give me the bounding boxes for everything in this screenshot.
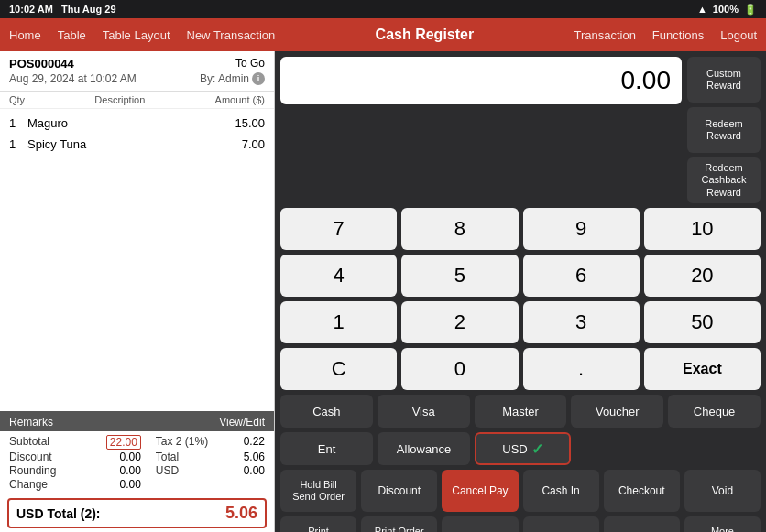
key-9[interactable]: 9: [523, 208, 640, 250]
totals-section: Subtotal 22.00 Tax 2 (1%) 0.22 Discount …: [0, 431, 274, 494]
usd-button[interactable]: USD ✓: [475, 432, 571, 465]
allowance-button[interactable]: Allowance: [378, 432, 470, 465]
nav-new-transaction[interactable]: New Transaction: [187, 28, 276, 42]
discount-value: 0.00: [106, 451, 141, 463]
receipt-datetime: Aug 29, 2024 at 10:02 AM: [9, 72, 137, 85]
col-desc: Description: [94, 94, 145, 105]
key-2[interactable]: 2: [401, 301, 518, 343]
key-50[interactable]: 50: [644, 301, 761, 343]
receipt-footer: Remarks View/Edit Subtotal 22.00 Tax 2 (…: [0, 411, 274, 532]
view-edit-link[interactable]: View/Edit: [219, 416, 265, 429]
col-amount: Amount ($): [215, 94, 265, 105]
key-7[interactable]: 7: [280, 208, 397, 250]
more-functions-button[interactable]: MoreFunctions: [684, 516, 761, 532]
key-0[interactable]: 0: [401, 348, 518, 390]
action-row1: Hold BillSend Order Discount Cancel Pay …: [280, 470, 761, 512]
key-8[interactable]: 8: [401, 208, 518, 250]
nav-functions[interactable]: Functions: [652, 28, 704, 42]
usd-total-label: USD Total (2):: [16, 506, 101, 521]
merge-bill-button[interactable]: Merge Bill: [523, 516, 599, 532]
main-layout: POS000044 To Go Aug 29, 2024 at 10:02 AM…: [0, 51, 766, 532]
discount-label: Discount: [9, 451, 101, 463]
key-6[interactable]: 6: [523, 255, 640, 297]
receipt-type: To Go: [235, 57, 265, 71]
battery-icon: 🔋: [744, 4, 757, 16]
nav-table-layout[interactable]: Table Layout: [103, 28, 170, 42]
status-right: ▲ 100% 🔋: [697, 4, 757, 16]
admin-info-icon[interactable]: i: [252, 72, 265, 85]
receipt-items: 1 Maguro 15.00 1 Spicy Tuna 7.00: [0, 109, 274, 411]
item-qty-1: 1: [9, 137, 27, 151]
item-price-1: 7.00: [219, 137, 265, 151]
table-row: 1 Spicy Tuna 7.00: [0, 134, 274, 155]
key-dot[interactable]: .: [523, 348, 640, 390]
totals-grid: Subtotal 22.00 Tax 2 (1%) 0.22 Discount …: [9, 435, 265, 491]
change-label: Change: [9, 478, 101, 491]
favourites-button[interactable]: Favourites: [442, 516, 518, 532]
item-qty-0: 1: [9, 116, 27, 130]
key-20[interactable]: 20: [644, 255, 761, 297]
key-1[interactable]: 1: [280, 301, 397, 343]
void-button[interactable]: Void: [684, 470, 761, 512]
nav-logout[interactable]: Logout: [720, 28, 757, 42]
rounding-value: 0.00: [106, 464, 141, 477]
key-exact[interactable]: Exact: [644, 348, 761, 390]
col-qty: Qty: [9, 94, 25, 105]
nav-left: Home Table Table Layout New Transaction: [9, 28, 275, 42]
voucher-button[interactable]: Voucher: [571, 395, 663, 428]
key-4[interactable]: 4: [280, 255, 397, 297]
nav-transaction[interactable]: Transaction: [574, 28, 635, 42]
remarks-label: Remarks: [9, 416, 53, 429]
cash-button[interactable]: Cash: [280, 395, 373, 428]
receipt-col-headers: Qty Description Amount ($): [0, 92, 274, 109]
discount-button[interactable]: Discount: [361, 470, 437, 512]
redeem-reward-button[interactable]: RedeemReward: [687, 107, 761, 153]
merge-table-button[interactable]: Merge Table: [604, 516, 680, 532]
keypad-wrap: 789104562012350C0.Exact: [280, 208, 761, 390]
hold-bill-send-order-button[interactable]: Hold BillSend Order: [280, 470, 356, 512]
key-3[interactable]: 3: [523, 301, 640, 343]
total-label: Total: [147, 451, 238, 463]
receipt-panel: POS000044 To Go Aug 29, 2024 at 10:02 AM…: [0, 51, 275, 532]
display-amount: 0.00: [621, 66, 672, 95]
cancel-pay-button[interactable]: Cancel Pay: [442, 470, 518, 512]
cash-in-button[interactable]: Cash In: [523, 470, 599, 512]
nav-bar: Home Table Table Layout New Transaction …: [0, 18, 766, 51]
nav-home[interactable]: Home: [9, 28, 41, 42]
item-desc-1: Spicy Tuna: [27, 137, 219, 151]
visa-button[interactable]: Visa: [378, 395, 470, 428]
status-day: Thu Aug 29: [61, 4, 115, 15]
redeem-cashback-button[interactable]: RedeemCashbackReward: [687, 157, 761, 203]
table-row: 1 Maguro 15.00: [0, 113, 274, 134]
side-buttons: CustomReward RedeemReward RedeemCashback…: [687, 57, 761, 203]
key-5[interactable]: 5: [401, 255, 518, 297]
display-row: 0.00 CustomReward RedeemReward RedeemCas…: [280, 57, 761, 203]
payment-row2: Ent Allowance USD ✓: [280, 432, 761, 465]
print-order-list-button[interactable]: Print OrderList: [361, 516, 437, 532]
master-button[interactable]: Master: [475, 395, 567, 428]
empty2: [244, 478, 265, 491]
battery-text: 100%: [713, 4, 739, 15]
custom-reward-button[interactable]: CustomReward: [687, 57, 761, 103]
wifi-icon: ▲: [697, 4, 707, 15]
nav-right: Transaction Functions Logout: [574, 28, 757, 42]
subtotal-value: 22.00: [106, 435, 141, 450]
pos-number: POS000044: [9, 57, 74, 71]
tax2-label: Tax 2 (1%): [147, 435, 238, 450]
item-price-0: 15.00: [219, 116, 265, 130]
key-10[interactable]: 10: [644, 208, 761, 250]
amount-display: 0.00: [280, 57, 682, 104]
cheque-button[interactable]: Cheque: [668, 395, 761, 428]
payment-row1: Cash Visa Master Voucher Cheque: [280, 395, 761, 428]
nav-table[interactable]: Table: [58, 28, 86, 42]
tax2-value: 0.22: [244, 435, 265, 450]
usd-total-value: 5.06: [225, 504, 257, 523]
print-current-bill-button[interactable]: PrintCurrent Bill: [280, 516, 356, 532]
receipt-admin: By: Admin i: [200, 72, 265, 85]
checkout-button[interactable]: Checkout: [604, 470, 680, 512]
ent-button[interactable]: Ent: [280, 432, 373, 465]
rounding-label: Rounding: [9, 464, 101, 477]
status-time-day: 10:02 AM Thu Aug 29: [9, 4, 116, 15]
key-c[interactable]: C: [280, 348, 397, 390]
nav-title: Cash Register: [275, 27, 574, 43]
